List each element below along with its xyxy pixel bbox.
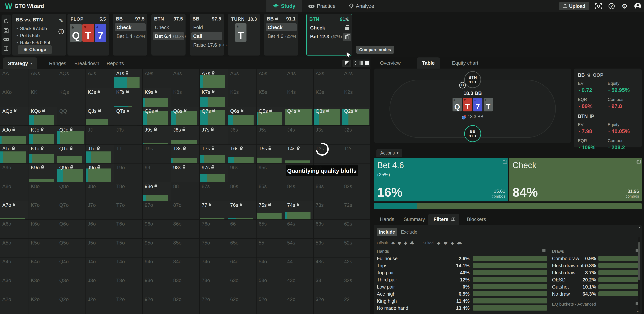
- matrix-cell-Q9s[interactable]: Q9s: [143, 107, 171, 125]
- matrix-cell-J5s[interactable]: J5s: [257, 126, 285, 144]
- matrix-cell-A4o[interactable]: A4o: [0, 258, 28, 276]
- lock-icon[interactable]: [345, 27, 349, 30]
- matrix-cell-K4s[interactable]: K4s: [285, 88, 314, 106]
- matrix-cell-A5o[interactable]: A5o: [0, 239, 28, 257]
- matrix-cell-74s[interactable]: 74s: [285, 201, 314, 219]
- include-toggle[interactable]: Include: [377, 228, 397, 236]
- matrix-cell-T3o[interactable]: T3o: [114, 276, 142, 295]
- node-action-check[interactable]: Check: [308, 24, 341, 32]
- matrix-cell-83s[interactable]: 83s: [314, 182, 342, 201]
- matrix-cell-93o[interactable]: 93o: [143, 276, 171, 295]
- matrix-cell-Q2s[interactable]: Q2s: [342, 107, 370, 125]
- matrix-cell-76s[interactable]: 76s: [228, 201, 256, 219]
- matrix-cell-J9o[interactable]: J9o: [86, 164, 114, 182]
- matrix-cell-A7o[interactable]: A7o: [0, 201, 28, 219]
- matrix-cell-K4o[interactable]: K4o: [29, 258, 57, 276]
- matrix-cell-88[interactable]: 88: [171, 182, 200, 201]
- matrix-cell-K2o[interactable]: K2o: [29, 295, 57, 314]
- matrix-cell-92o[interactable]: 92o: [143, 295, 171, 314]
- matrix-cell-K6s[interactable]: K6s: [228, 88, 256, 106]
- node-action-bet[interactable]: Bet 12.3(67%): [308, 32, 341, 40]
- matrix-cell-A3s[interactable]: A3s: [314, 69, 342, 88]
- matrix-cell-J7s[interactable]: J7s: [200, 126, 228, 144]
- view-square-button[interactable]: [365, 61, 369, 66]
- matrix-cell-85o[interactable]: 85o: [171, 239, 200, 257]
- matrix-cell-74o[interactable]: 74o: [200, 258, 228, 276]
- node-action-check[interactable]: Check: [114, 23, 146, 31]
- flop-card[interactable]: FLOP 5.5 ♠Q♥T♦7: [68, 14, 109, 55]
- matrix-cell-AKs[interactable]: AKs: [29, 69, 57, 88]
- matrix-cell-A9o[interactable]: A9o: [0, 164, 28, 182]
- view-dots-button[interactable]: [354, 61, 358, 66]
- node-action-fold[interactable]: Fold: [191, 23, 222, 31]
- matrix-cell-K2s[interactable]: K2s: [342, 88, 370, 106]
- pencil-icon[interactable]: ✎: [344, 16, 349, 23]
- matrix-cell-J5o[interactable]: J5o: [86, 239, 114, 257]
- matrix-cell-64o[interactable]: 64o: [228, 258, 256, 276]
- matrix-cell-J2o[interactable]: J2o: [86, 295, 114, 314]
- matrix-cell-A2o[interactable]: A2o: [0, 295, 28, 314]
- user-icon[interactable]: [634, 2, 641, 10]
- matrix-cell-T5s[interactable]: T5s: [257, 145, 285, 163]
- matrix-cell-42o[interactable]: 42o: [285, 295, 314, 314]
- matrix-cell-J8o[interactable]: J8o: [86, 182, 114, 201]
- matrix-cell-43o[interactable]: 43o: [285, 276, 314, 295]
- offsuit-suit-icon[interactable]: ♦: [404, 239, 407, 247]
- suited-suit-icon[interactable]: ♦♦: [451, 240, 452, 246]
- matrix-cell-65o[interactable]: 65o: [228, 239, 256, 257]
- node-bb-3[interactable]: BB91.1CheckBet 4.6(25%): [264, 14, 298, 55]
- tab-filters[interactable]: Filters: [428, 214, 459, 225]
- matrix-cell-A8s[interactable]: A8s: [171, 69, 200, 88]
- matrix-cell-Q8o[interactable]: Q8o: [57, 182, 86, 201]
- hands-legend-icon[interactable]: [542, 249, 546, 252]
- matrix-cell-KTs[interactable]: KTs: [114, 88, 142, 106]
- matrix-cell-Q2o[interactable]: Q2o: [57, 295, 86, 314]
- exclude-toggle[interactable]: Exclude: [401, 229, 417, 235]
- matrix-cell-JTo[interactable]: JTo: [86, 145, 114, 163]
- matrix-cell-55[interactable]: 55: [257, 239, 285, 257]
- matrix-cell-95o[interactable]: 95o: [143, 239, 171, 257]
- matrix-cell-97s[interactable]: 97s: [200, 164, 228, 182]
- matrix-cell-65s[interactable]: 65s: [257, 220, 285, 238]
- matrix-cell-T4s[interactable]: T4s: [285, 145, 314, 163]
- matrix-cell-52o[interactable]: 52o: [257, 295, 285, 314]
- suited-suit-icon[interactable]: ♥♥: [444, 240, 445, 246]
- matrix-cell-54s[interactable]: 54s: [285, 239, 314, 257]
- matrix-cell-98s[interactable]: 98s: [171, 164, 200, 182]
- matrix-cell-J9s[interactable]: J9s: [143, 126, 171, 144]
- matrix-cell-53o[interactable]: 53o: [257, 276, 285, 295]
- matrix-cell-K8s[interactable]: K8s: [171, 88, 200, 106]
- nav-tab-study[interactable]: Study: [266, 0, 302, 12]
- matrix-cell-75s[interactable]: 75s: [257, 201, 285, 219]
- matrix-cell-QJs[interactable]: QJs: [86, 107, 114, 125]
- nav-tab-practice[interactable]: Practice: [302, 0, 342, 12]
- matrix-cell-AQo[interactable]: AQo: [0, 107, 28, 125]
- matrix-cell-96s[interactable]: 96s: [228, 164, 256, 182]
- matrix-cell-64s[interactable]: 64s: [285, 220, 314, 238]
- matrix-cell-K5o[interactable]: K5o: [29, 239, 57, 257]
- matrix-cell-T8o[interactable]: T8o: [114, 182, 142, 201]
- tab-summary[interactable]: Summary: [398, 214, 430, 225]
- matrix-cell-72o[interactable]: 72o: [200, 295, 228, 314]
- matrix-cell-A9s[interactable]: A9s: [143, 69, 171, 88]
- matrix-cell-Q7o[interactable]: Q7o: [57, 201, 86, 219]
- matrix-cell-J8s[interactable]: J8s: [171, 126, 200, 144]
- matrix-cell-53s[interactable]: 53s: [314, 239, 342, 257]
- matrix-cell-T7s[interactable]: T7s: [200, 145, 228, 163]
- matrix-cell-K6o[interactable]: K6o: [29, 220, 57, 238]
- tab-breakdown[interactable]: Breakdown: [70, 57, 104, 69]
- suited-suit-icon[interactable]: ♣♣: [457, 240, 459, 246]
- seat-bb[interactable]: BB 91.1: [464, 125, 481, 142]
- tab-blockers[interactable]: Blockers: [462, 214, 492, 225]
- matrix-cell-84s[interactable]: 84s: [285, 182, 314, 201]
- matrix-cell-95s[interactable]: 95s: [257, 164, 285, 182]
- offsuit-suit-icon[interactable]: ♠: [391, 239, 395, 247]
- matrix-cell-99[interactable]: 99: [143, 164, 171, 182]
- matrix-cell-Q4o[interactable]: Q4o: [57, 258, 86, 276]
- matrix-cell-83o[interactable]: 83o: [171, 276, 200, 295]
- matrix-cell-43s[interactable]: 43s: [314, 258, 342, 276]
- offsuit-suit-icon[interactable]: ♣: [410, 239, 414, 247]
- matrix-cell-T9s[interactable]: T9s: [143, 145, 171, 163]
- matrix-cell-97o[interactable]: 97o: [143, 201, 171, 219]
- matrix-cell-85s[interactable]: 85s: [257, 182, 285, 201]
